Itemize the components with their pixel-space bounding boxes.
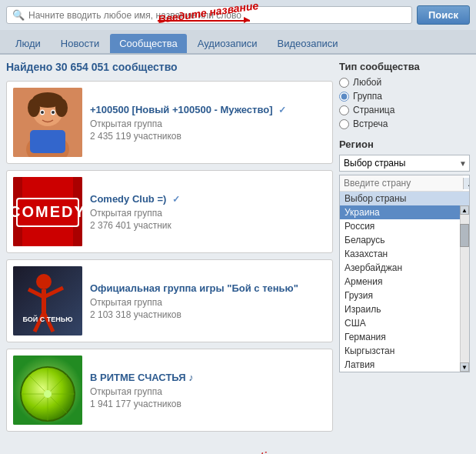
community-members: 2 435 119 участников <box>90 131 326 142</box>
community-info: Comedy Club =) ✓ Открытая группа 2 376 4… <box>90 177 326 246</box>
svg-point-31 <box>44 390 52 398</box>
svg-point-3 <box>28 98 40 117</box>
country-list-item[interactable]: Выбор страны <box>340 192 469 205</box>
search-input-wrap: 🔍 <box>6 6 412 24</box>
community-type-filter: Тип сообщества Любой Группа Страница <box>339 61 470 129</box>
dropdown-scroll-area: Украина Россия Беларусь Казахстан Азерба… <box>340 205 469 372</box>
country-dropdown[interactable]: ▲ Выбор страны Украина Россия Беларусь К… <box>339 175 470 372</box>
community-type: Открытая группа <box>90 208 326 219</box>
right-panel: Тип сообщества Любой Группа Страница <box>339 61 470 438</box>
filter-title: Тип сообщества <box>339 61 470 72</box>
svg-point-18 <box>36 274 52 289</box>
community-info: В РИТМЕ СЧАСТЬЯ ♪ Открытая группа 1 941 … <box>90 356 326 425</box>
radio-any[interactable]: Любой <box>339 77 470 88</box>
community-type: Открытая группа <box>90 297 326 308</box>
thumb-person-svg <box>13 88 82 157</box>
community-thumb: БОЙ С ТЕНЬЮ <box>13 266 82 335</box>
community-info: Официальная группа игры "Бой с тенью" От… <box>90 266 326 335</box>
country-select-wrap: Выбор страны ▼ <box>339 155 470 172</box>
scroll-track: ▲ ▼ <box>460 205 469 372</box>
main-content: Найдено 30 654 051 сообщество <box>0 55 476 444</box>
country-list-item[interactable]: Азербайджан <box>340 261 469 275</box>
community-card[interactable]: COMEDY Comedy Club =) ✓ Открытая группа … <box>6 170 333 253</box>
radio-page-input[interactable] <box>339 105 349 115</box>
tabs-bar: Люди Новости Сообщества Аудиозаписи Виде… <box>0 30 476 55</box>
radio-event[interactable]: Встреча <box>339 119 470 129</box>
tab-audio[interactable]: Аудиозаписи <box>188 34 267 53</box>
thumb-boj-svg: БОЙ С ТЕНЬЮ <box>13 266 82 335</box>
tab-communities[interactable]: Сообщества <box>110 34 187 53</box>
svg-point-9 <box>41 111 44 114</box>
tab-news[interactable]: Новости <box>52 34 108 53</box>
search-bar: 🔍 Поиск <box>0 0 476 30</box>
search-icon: 🔍 <box>12 9 25 21</box>
country-select[interactable]: Выбор страны <box>339 155 470 172</box>
community-members: 2 376 401 участник <box>90 220 326 231</box>
country-search-input[interactable] <box>340 175 463 191</box>
country-list-item[interactable]: Беларусь <box>340 233 469 247</box>
community-name[interactable]: +100500 [Новый +100500 - Мужество] ✓ <box>90 104 326 115</box>
left-panel: Найдено 30 654 051 сообщество <box>6 61 333 438</box>
radio-group[interactable]: Группа <box>339 91 470 102</box>
community-card[interactable]: БОЙ С ТЕНЬЮ Официальная группа игры "Бой… <box>6 259 333 342</box>
thumb-lime-svg <box>13 356 82 425</box>
country-list-item[interactable]: Украина <box>340 205 469 219</box>
scroll-up-button[interactable]: ▲ <box>460 205 469 215</box>
country-list-item[interactable]: Германия <box>340 330 469 344</box>
country-list-item[interactable]: Россия <box>340 219 469 233</box>
region-title: Регион <box>339 139 470 150</box>
community-info: +100500 [Новый +100500 - Мужество] ✓ Отк… <box>90 88 326 157</box>
svg-point-4 <box>55 98 68 117</box>
country-list-item[interactable]: Армения <box>340 275 469 289</box>
community-card[interactable]: +100500 [Новый +100500 - Мужество] ✓ Отк… <box>6 81 333 164</box>
tab-video[interactable]: Видеозаписи <box>268 34 347 53</box>
community-members: 2 103 318 участников <box>90 309 326 320</box>
footer-url: www.new-seti.ru <box>0 444 476 454</box>
scroll-down-button[interactable]: ▼ <box>460 362 469 372</box>
community-name[interactable]: Comedy Club =) ✓ <box>90 193 326 205</box>
verified-icon: ✓ <box>172 194 180 205</box>
thumb-comedy-svg: COMEDY <box>13 177 82 246</box>
verified-icon: ✓ <box>278 105 286 115</box>
community-thumb <box>13 88 82 157</box>
svg-text:COMEDY: COMEDY <box>13 203 82 220</box>
scroll-thumb[interactable] <box>460 224 469 247</box>
community-type: Открытая группа <box>90 386 326 397</box>
radio-page[interactable]: Страница <box>339 105 470 115</box>
svg-text:БОЙ С ТЕНЬЮ: БОЙ С ТЕНЬЮ <box>22 315 72 323</box>
found-count: Найдено 30 654 051 сообщество <box>6 61 333 73</box>
community-thumb <box>13 356 82 425</box>
search-area: 🔍 Поиск Введите название <box>0 0 476 30</box>
community-type: Открытая группа <box>90 119 326 129</box>
radio-any-input[interactable] <box>339 78 349 88</box>
svg-rect-6 <box>30 130 65 153</box>
community-name[interactable]: Официальная группа игры "Бой с тенью" <box>90 282 326 294</box>
tab-people[interactable]: Люди <box>6 34 50 53</box>
community-thumb: COMEDY <box>13 177 82 246</box>
svg-point-10 <box>52 111 55 114</box>
radio-group-input[interactable] <box>339 92 349 102</box>
country-list-item[interactable]: Грузия <box>340 289 469 302</box>
region-filter: Регион Выбор страны ▼ ▲ Выбор <box>339 139 470 372</box>
community-card[interactable]: В РИТМЕ СЧАСТЬЯ ♪ Открытая группа 1 941 … <box>6 349 333 432</box>
country-list-item[interactable]: Казахстан <box>340 247 469 261</box>
radio-event-input[interactable] <box>339 119 349 129</box>
type-radio-group: Любой Группа Страница Встреча <box>339 77 470 129</box>
community-name[interactable]: В РИТМЕ СЧАСТЬЯ ♪ <box>90 372 326 383</box>
search-input[interactable] <box>28 10 406 21</box>
app-wrapper: 🔍 Поиск Введите название Люди Новости Со… <box>0 0 476 454</box>
country-list-item[interactable]: США <box>340 316 469 330</box>
country-search-row: ▲ <box>340 175 469 192</box>
community-members: 1 941 177 участников <box>90 399 326 409</box>
country-list-item[interactable]: Израиль <box>340 302 469 316</box>
country-list-item[interactable]: Кыргызстан <box>340 344 469 358</box>
country-list-item[interactable]: Латвия <box>340 358 469 372</box>
search-button[interactable]: Поиск <box>417 5 470 25</box>
scroll-up-btn[interactable]: ▲ <box>463 178 470 189</box>
